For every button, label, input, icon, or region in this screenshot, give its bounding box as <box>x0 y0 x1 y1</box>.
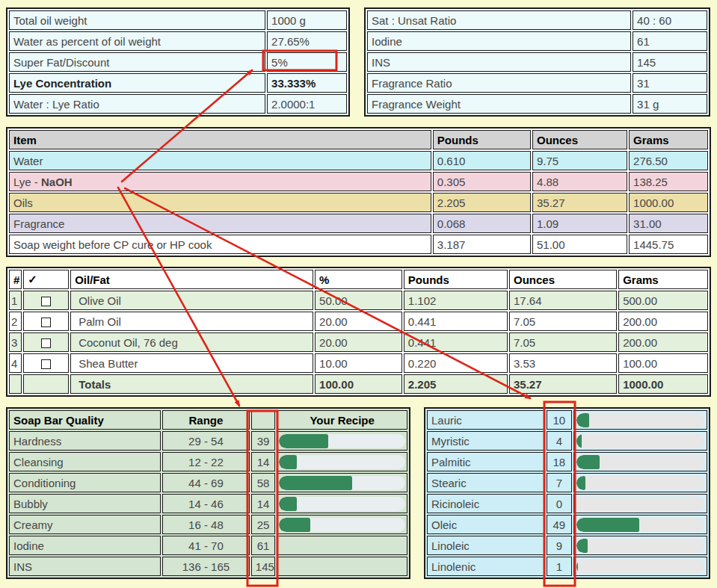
quality-bar-track <box>279 497 405 511</box>
fatty-acid-row: Stearic 7 <box>427 473 707 492</box>
oil-grams: 200.00 <box>618 312 708 331</box>
quality-bar-fill <box>279 518 310 532</box>
col-header-number: # <box>9 270 22 289</box>
quality-value: 14 <box>251 494 275 513</box>
col-header-quality: Soap Bar Quality <box>9 410 161 430</box>
fatty-acid-row: Lauric 10 <box>427 410 707 430</box>
fatty-acid-name: Lauric <box>427 410 545 430</box>
quality-bar-cell <box>277 452 407 471</box>
fatty-acid-bar-fill <box>576 539 588 553</box>
fatty-acid-bar-fill <box>576 476 585 490</box>
quality-row: Cleansing 12 - 22 14 <box>9 452 407 471</box>
oil-percent: 50.00 <box>315 291 402 310</box>
oil-row-checkbox-cell <box>23 332 69 352</box>
table-row: Fragrance Ratio 31 <box>367 73 707 93</box>
row-label: Water as percent of oil weight <box>9 31 265 51</box>
fatty-acid-row: Ricinoleic 0 <box>427 494 707 513</box>
table-row: Water : Lye Ratio 2.0000:1 <box>9 94 347 114</box>
col-header-pounds: Pounds <box>404 270 508 289</box>
oil-percent: 20.00 <box>315 332 402 352</box>
table-row-superfat: Super Fat/Discount 5% <box>9 52 347 72</box>
row-value: 61 <box>633 31 707 51</box>
quality-range: 29 - 54 <box>162 431 250 451</box>
row-label: Iodine <box>367 31 631 51</box>
fatty-acid-bar-fill <box>576 434 582 448</box>
fatty-acid-bar-cell <box>573 452 707 471</box>
col-header-value-empty <box>251 410 275 430</box>
fatty-acid-value: 1 <box>547 557 573 576</box>
oil-percent: 20.00 <box>315 312 402 331</box>
item-ounces: 4.88 <box>532 172 627 191</box>
oil-checkbox[interactable] <box>41 338 51 348</box>
table-row: Water as percent of oil weight 27.65% <box>9 31 347 51</box>
oil-name: Coconut Oil, 76 deg <box>70 332 313 352</box>
row-label: Water : Lye Ratio <box>9 94 265 114</box>
table-row-water: Water 0.610 9.75 276.50 <box>9 151 708 170</box>
oil-row: 4 Shea Butter 10.00 0.220 3.53 100.00 <box>9 353 708 373</box>
table-row: Iodine 61 <box>367 31 707 51</box>
quality-bar-fill <box>279 497 297 511</box>
fatty-acid-name: Palmitic <box>427 452 545 471</box>
table-header-row: Soap Bar Quality Range Your Recipe <box>9 410 407 430</box>
soap-bar-quality-table: Soap Bar Quality Range Your Recipe Hardn… <box>6 407 410 579</box>
item-pounds: 0.610 <box>433 151 531 170</box>
row-label: INS <box>367 52 631 72</box>
fatty-acid-bar-track <box>576 476 704 490</box>
table-header-row: # ✓ Oil/Fat % Pounds Ounces Grams <box>9 270 708 289</box>
quality-name: Hardness <box>9 431 161 451</box>
fatty-acid-name: Ricinoleic <box>427 494 545 513</box>
fatty-acid-bar-track <box>576 497 704 511</box>
oil-row-checkbox-cell <box>23 312 69 331</box>
quality-bar-cell <box>277 431 407 451</box>
oil-grams: 100.00 <box>618 353 708 373</box>
quality-bar-fill <box>279 434 328 448</box>
row-label: Sat : Unsat Ratio <box>367 10 631 30</box>
oil-checkbox[interactable] <box>41 318 51 327</box>
oil-checkbox[interactable] <box>41 297 51 306</box>
fatty-acid-value: 18 <box>547 452 573 471</box>
row-value: 27.65% <box>267 31 347 51</box>
quality-row: Hardness 29 - 54 39 <box>9 431 407 451</box>
fatty-acid-bar-fill <box>576 518 639 532</box>
fatty-acid-row: Linolenic 1 <box>427 557 707 576</box>
col-header-ounces: Ounces <box>532 130 627 149</box>
quality-value: 61 <box>251 536 275 555</box>
quality-bar-cell <box>277 494 407 513</box>
row-label: Super Fat/Discount <box>9 52 265 72</box>
fatty-acid-value: 7 <box>547 473 573 492</box>
oil-checkbox[interactable] <box>41 359 51 369</box>
lye-label-prefix: Lye - <box>13 176 41 188</box>
row-value: 145 <box>633 52 707 72</box>
quality-row: Conditioning 44 - 69 58 <box>9 473 407 492</box>
col-header-your-recipe: Your Recipe <box>277 410 407 430</box>
oil-row-number: 3 <box>9 332 22 352</box>
fatty-acid-name: Oleic <box>427 515 545 534</box>
quality-bar-track <box>279 455 405 469</box>
fatty-acid-bar-track <box>576 560 704 574</box>
totals-ounces: 35.27 <box>509 374 617 394</box>
quality-name: INS <box>9 557 161 576</box>
quality-value: 145 <box>251 557 275 576</box>
fatty-acid-value: 10 <box>547 410 573 430</box>
oil-grams: 200.00 <box>618 332 708 352</box>
table-row: Fragrance Weight 31 g <box>367 94 707 114</box>
fatty-acid-bar-cell <box>573 494 707 513</box>
col-header-grams: Grams <box>629 130 708 149</box>
oil-fat-list-table: # ✓ Oil/Fat % Pounds Ounces Grams 1 Oliv… <box>6 267 711 397</box>
item-name: Fragrance <box>9 214 431 233</box>
oil-grams: 500.00 <box>618 291 708 310</box>
fatty-acid-bar-cell <box>573 515 707 534</box>
totals-label: Totals <box>70 374 313 394</box>
quality-name: Cleansing <box>9 452 161 471</box>
oil-row-number: 1 <box>9 291 22 310</box>
quality-range: 136 - 165 <box>162 557 250 576</box>
empty-cell <box>9 374 22 394</box>
row-value: 33.333% <box>267 73 347 93</box>
oil-ounces: 7.05 <box>509 332 617 352</box>
table-row: Total oil weight 1000 g <box>9 10 347 30</box>
col-header-oilfat: Oil/Fat <box>70 270 313 289</box>
quality-range: 16 - 48 <box>162 515 250 534</box>
fatty-acid-value: 0 <box>547 494 573 513</box>
fatty-acid-value: 4 <box>547 431 573 451</box>
quality-value: 25 <box>251 515 275 534</box>
